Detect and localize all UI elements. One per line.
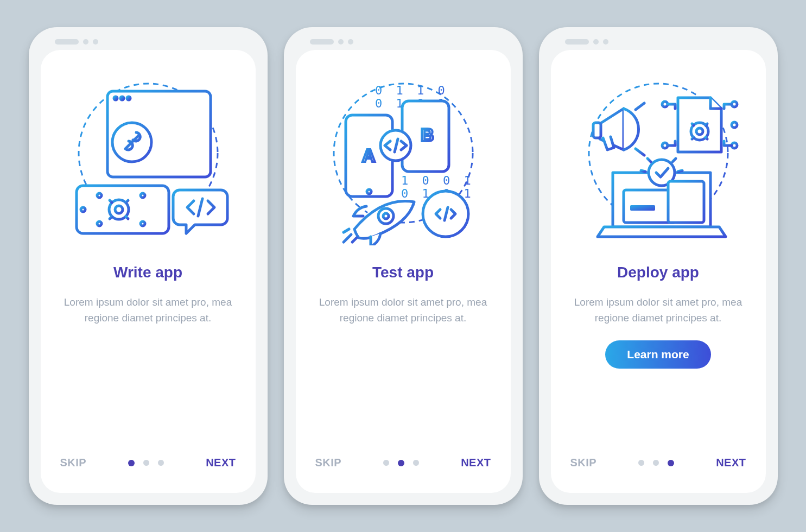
onboarding-title: Test app [372,264,434,281]
page-dot[interactable] [383,460,389,466]
page-dot[interactable] [668,460,674,466]
svg-point-44 [367,189,371,194]
onboarding-body: Lorem ipsum dolor sit amet pro, mea regi… [567,294,750,326]
onboarding-body: Lorem ipsum dolor sit amet pro, mea regi… [312,294,494,326]
page-dot[interactable] [128,460,135,466]
skip-button[interactable]: SKIP [570,457,597,469]
svg-rect-61 [593,123,601,138]
svg-point-17 [115,206,123,213]
svg-line-86 [678,170,682,172]
page-dot[interactable] [653,460,659,466]
skip-button[interactable]: SKIP [60,457,87,469]
svg-text:B: B [421,124,434,145]
onboarding-phone-1: Write app Lorem ipsum dolor sit amet pro… [29,27,268,505]
onboarding-screen-1: Write app Lorem ipsum dolor sit amet pro… [41,50,256,493]
svg-point-5 [127,97,130,100]
phone-notch [296,39,511,45]
svg-line-72 [706,137,707,139]
page-dot[interactable] [158,460,164,466]
svg-rect-89 [630,205,655,211]
onboarding-footer: SKIP NEXT [567,457,750,473]
svg-text:A: A [362,145,376,166]
svg-line-23 [126,217,128,219]
svg-line-25 [110,217,112,219]
page-dot[interactable] [143,460,149,466]
svg-line-64 [636,149,644,155]
skip-button[interactable]: SKIP [315,457,342,469]
onboarding-footer: SKIP NEXT [312,457,494,473]
phone-notch [41,39,256,45]
svg-line-71 [692,124,694,125]
onboarding-phone-2: 0 1 1 0 0 1 0 1 B A [284,27,523,505]
svg-line-22 [110,200,112,202]
svg-line-84 [672,159,676,162]
pagination-dots [638,460,674,466]
onboarding-screen-3: Deploy app Lorem ipsum dolor sit amet pr… [551,50,766,493]
onboarding-title: Deploy app [617,264,699,281]
svg-line-24 [126,200,128,202]
onboarding-body: Lorem ipsum dolor sit amet pro, mea regi… [57,294,239,326]
svg-point-66 [696,128,703,135]
onboarding-screen-2: 0 1 1 0 0 1 0 1 B A [296,50,511,493]
onboarding-title: Write app [113,264,182,281]
write-app-illustration [61,72,235,245]
svg-point-15 [81,207,85,212]
pagination-dots [383,460,419,466]
pagination-dots [128,460,164,466]
svg-line-83 [648,159,651,162]
svg-line-62 [636,103,644,110]
deploy-app-illustration [572,72,745,245]
page-dot[interactable] [638,460,644,466]
svg-text:0  1  1  0: 0 1 1 0 [375,84,448,97]
page-dot[interactable] [413,460,419,466]
next-button[interactable]: NEXT [716,457,746,469]
learn-more-button[interactable]: Learn more [605,340,710,369]
svg-line-73 [706,124,707,125]
page-dot[interactable] [398,460,404,466]
svg-line-74 [692,137,694,139]
svg-point-4 [120,97,124,100]
svg-line-85 [641,170,645,172]
svg-point-3 [114,97,117,100]
next-button[interactable]: NEXT [461,457,491,469]
svg-point-50 [383,213,389,219]
onboarding-phone-3: Deploy app Lorem ipsum dolor sit amet pr… [539,27,778,505]
phone-notch [551,39,766,45]
svg-rect-90 [668,181,704,223]
onboarding-footer: SKIP NEXT [57,457,239,473]
next-button[interactable]: NEXT [206,457,236,469]
test-app-illustration: 0 1 1 0 0 1 0 1 B A [316,72,490,245]
svg-text:1  0  0  1: 1 0 0 1 [401,174,474,187]
